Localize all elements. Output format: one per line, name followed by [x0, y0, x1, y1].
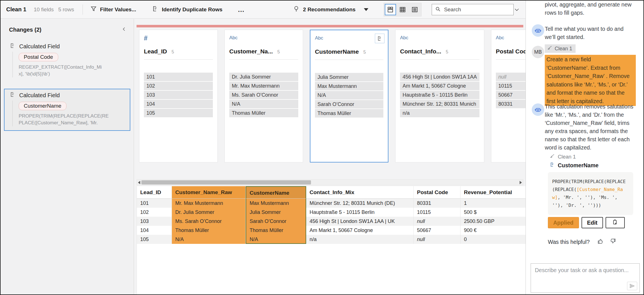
copy-button[interactable]	[606, 217, 625, 228]
search-input[interactable]	[444, 6, 511, 13]
grid-cell[interactable]: 102	[137, 208, 172, 217]
value-bar[interactable]: Sarah O’Connor	[315, 100, 383, 109]
change-item-postal-code[interactable]: Calculated Field Postal Code REGEXP_EXTR…	[4, 40, 130, 82]
value-bar[interactable]: N/A	[315, 91, 383, 99]
horizontal-scrollbar[interactable]	[137, 179, 523, 185]
value-bar[interactable]: Am Markt 1, 50667 Cologne	[400, 82, 479, 90]
grid-cell[interactable]: n/a	[306, 235, 414, 244]
value-bar[interactable]: Julia Sommer	[315, 73, 383, 81]
value-bar[interactable]: 101	[144, 73, 213, 81]
identify-duplicates-button[interactable]: Identify Duplicate Rows	[152, 5, 222, 14]
grid-cell[interactable]: Julia Sommer	[246, 208, 306, 217]
list-view-button[interactable]	[409, 4, 420, 15]
value-bar[interactable]: 103	[144, 91, 213, 99]
send-button[interactable]	[627, 282, 637, 290]
value-bar[interactable]: Thomas Müller	[315, 109, 383, 118]
grid-cell[interactable]: 103	[137, 217, 172, 226]
value-bar[interactable]: 80331	[496, 100, 527, 108]
toolbar-divider	[83, 5, 83, 15]
grid-column-header[interactable]: Postal Code	[414, 186, 461, 199]
grid-cell[interactable]: 101	[137, 199, 172, 208]
grid-cell[interactable]: Mr. Max Mustermann	[172, 199, 246, 208]
applied-button[interactable]: Applied	[548, 217, 579, 228]
changes-title: Changes (2)	[9, 27, 41, 33]
toolbar-chevron-down-icon[interactable]	[514, 6, 520, 13]
grid-cell[interactable]: 50667	[414, 226, 461, 235]
scroll-left-icon[interactable]	[138, 181, 140, 184]
card-divider	[400, 59, 479, 60]
result-step-reference: Clean 1	[550, 153, 576, 160]
grid-cell[interactable]: Thomas Müller	[246, 226, 306, 235]
field-count: 5	[172, 49, 174, 55]
grid-cell[interactable]: Sarah O’Connor	[246, 217, 306, 226]
value-bar[interactable]: n/a	[400, 109, 479, 117]
profile-pane: #Lead_ID5101102103104105AbcCustomer_Na..…	[134, 19, 527, 294]
grid-cell[interactable]: Am Markt 1, 50667 Cologne	[306, 226, 414, 235]
value-bar[interactable]: Mr. Max Mustermann	[229, 82, 298, 90]
field-type-label: #	[144, 35, 213, 42]
grid-column-header[interactable]: Lead_ID	[137, 186, 172, 199]
scroll-right-icon[interactable]	[520, 181, 522, 184]
grid-cell[interactable]: 104	[137, 226, 172, 235]
grid-cell[interactable]: N/A	[172, 235, 246, 244]
value-bar[interactable]: 102	[144, 82, 213, 90]
profile-card[interactable]: #Lead_ID5101102103104105	[139, 30, 218, 162]
grid-cell[interactable]: N/A	[246, 235, 306, 244]
profile-card[interactable]: AbcPostal Code4null101155066780331	[491, 30, 527, 162]
grid-cell[interactable]: Hauptstraße 5 - 10115 Berlin	[306, 208, 414, 217]
grid-column-header[interactable]: Revenue_Potential	[461, 186, 527, 199]
grid-column-header[interactable]: Customer_Name_Raw	[172, 186, 246, 199]
dataset-summary: 10 fields 5 rows	[34, 6, 74, 13]
value-bar[interactable]: 456 High St | London SW1A 1AA	[400, 73, 479, 81]
grid-cell[interactable]: null	[414, 217, 461, 226]
value-bar[interactable]: Münchner Str. 12; 80331 Munich	[400, 100, 479, 108]
grid-cell[interactable]: 500 $	[461, 208, 527, 217]
grid-cell[interactable]: Dr. Julia Sommer	[172, 208, 246, 217]
value-bar[interactable]: 104	[144, 100, 213, 108]
more-options-button[interactable]: …	[238, 7, 245, 12]
change-item-customername[interactable]: Calculated Field CustomerName PROPER(TRI…	[4, 89, 130, 131]
value-bar[interactable]: 50667	[496, 91, 527, 99]
field-count: 10 fields	[34, 6, 54, 13]
field-count: 5	[363, 50, 366, 55]
chat-input[interactable]	[531, 263, 640, 293]
edit-button[interactable]: Edit	[582, 217, 603, 228]
profile-card[interactable]: AbcContact_Info...5456 High St | London …	[395, 30, 484, 162]
filter-values-button[interactable]: Filter Values...	[90, 5, 136, 14]
grid-cell[interactable]: 1	[461, 199, 527, 208]
grid-cell[interactable]: 900 €	[461, 226, 527, 235]
profile-card[interactable]: AbcCustomer_Na...5Dr. Julia SommerMr. Ma…	[224, 30, 303, 162]
value-bar[interactable]: N/A	[229, 100, 298, 108]
grid-cell[interactable]: 10115	[414, 208, 461, 217]
value-bar[interactable]: Hauptstraße 5 - 10115 Berlin	[400, 91, 479, 99]
calculated-field-icon[interactable]	[375, 34, 384, 43]
data-grid-view-button[interactable]	[397, 4, 408, 15]
scrollbar-thumb[interactable]	[141, 180, 311, 185]
value-bar[interactable]: Max Mustermann	[315, 82, 383, 90]
action-buttons: Applied Edit	[548, 217, 625, 228]
grid-cell[interactable]: Münchner Str. 12; 80331 Munich (DE)	[306, 199, 414, 208]
grid-cell[interactable]: Max Mustermann	[246, 199, 306, 208]
grid-cell[interactable]: 456 High St | London SW1A 1AA | UK	[306, 217, 414, 226]
grid-cell[interactable]: Ms. Sarah O’Connor	[172, 217, 246, 226]
value-bar[interactable]: null	[496, 73, 527, 81]
grid-column-header[interactable]: CustomerName	[246, 186, 306, 199]
grid-cell[interactable]: 2500.50 GBP	[461, 217, 527, 226]
value-bar[interactable]: 105	[144, 109, 213, 117]
recommendations-button[interactable]: 2 Recommendations	[293, 5, 368, 14]
value-bar[interactable]: 10115	[496, 82, 527, 90]
thumbs-down-icon[interactable]	[610, 238, 616, 246]
grid-cell[interactable]: 105	[137, 235, 172, 244]
value-bar[interactable]: Thomas Müller	[229, 109, 298, 117]
collapse-panel-icon[interactable]	[121, 26, 127, 33]
grid-column-header[interactable]: Contact_Info_Mix	[306, 186, 414, 199]
grid-cell[interactable]: 80331	[414, 199, 461, 208]
value-bar[interactable]: Ms. Sarah O’Connor	[229, 91, 298, 99]
grid-cell[interactable]: 0	[461, 235, 527, 244]
profile-view-button[interactable]	[385, 4, 396, 15]
profile-card[interactable]: AbcCustomerName5Julia SommerMax Musterma…	[310, 30, 388, 162]
thumbs-up-icon[interactable]	[597, 238, 604, 246]
value-bar[interactable]: Dr. Julia Sommer	[229, 73, 298, 81]
grid-cell[interactable]: null	[414, 235, 461, 244]
grid-cell[interactable]: Thomas Müller	[172, 226, 246, 235]
